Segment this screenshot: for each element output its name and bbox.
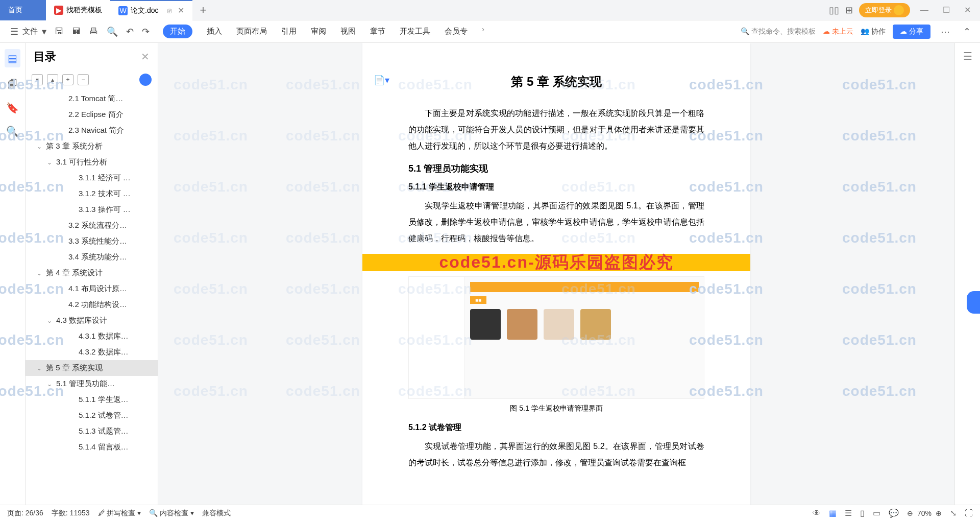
compat-mode[interactable]: 兼容模式 (202, 509, 231, 518)
chevron-down-icon[interactable]: ▾ (38, 26, 51, 37)
toc-item[interactable]: 4.2 功能结构设… (26, 297, 158, 313)
toc-item[interactable]: ⌄第 3 章 系统分析 (26, 138, 158, 154)
hamburger-icon[interactable]: ☰ (6, 26, 22, 37)
toc-item[interactable]: 4.3.2 数据库… (26, 344, 158, 360)
minimize-button[interactable]: — (916, 6, 933, 15)
view-outline-icon[interactable]: ☰ (845, 508, 852, 518)
toc-item[interactable]: 3.3 系统性能分… (26, 233, 158, 249)
search-rail-icon[interactable]: 🔍 (6, 125, 19, 137)
toc-item[interactable]: 2.1 Tomcat 简… (26, 91, 158, 107)
share-button[interactable]: ☁ 分享 (893, 25, 930, 39)
tab-home[interactable]: 首页 (0, 0, 46, 20)
comment-icon[interactable]: 💬 (889, 508, 899, 518)
view-web-icon[interactable]: ▯ (860, 508, 865, 518)
heading-2: 5.1 管理员功能实现 (408, 162, 704, 175)
toc-item[interactable]: ⌄3.1 可行性分析 (26, 154, 158, 170)
ai-icon[interactable] (139, 74, 152, 86)
doc-marker-icon[interactable]: 📄▾ (374, 75, 389, 86)
login-button[interactable]: 立即登录 (859, 3, 910, 17)
pages-icon[interactable]: 🗐 (8, 79, 18, 90)
close-window-button[interactable]: ✕ (960, 5, 975, 15)
menu-view[interactable]: 视图 (340, 25, 356, 38)
menu-insert[interactable]: 插入 (207, 25, 222, 38)
file-menu[interactable]: 文件 (22, 25, 38, 38)
bookmark-icon[interactable]: 🔖 (6, 102, 19, 114)
tab-templates[interactable]: ▶ 找稻壳模板 (46, 0, 110, 20)
toc-item[interactable]: ⌄第 5 章 系统实现 (26, 360, 158, 376)
menu-review[interactable]: 审阅 (311, 25, 326, 38)
toc-item[interactable]: 5.1.2 试卷管… (26, 408, 158, 423)
layout-icon[interactable]: ▯▯ (829, 5, 839, 16)
view-page-icon[interactable]: ▦ (829, 508, 837, 518)
zoom-control[interactable]: ⊖ 70% ⊕ (907, 509, 942, 517)
toc-item[interactable]: 3.4 系统功能分… (26, 249, 158, 265)
apps-icon[interactable]: ⊞ (845, 5, 853, 16)
expand-all-icon[interactable]: ▴ (47, 74, 58, 85)
toc-item[interactable]: ⌄第 4 章 系统设计 (26, 265, 158, 281)
preview-icon[interactable]: 🔍 (103, 26, 122, 37)
monitor-icon[interactable]: ⎚ (167, 7, 172, 15)
toc-item[interactable]: ⌄4.3 数据库设计 (26, 313, 158, 328)
fit-icon[interactable]: ⤡ (950, 508, 957, 518)
heading-3: 5.1.2 试卷管理 (408, 422, 704, 433)
collapse-all-icon[interactable]: ▾ (32, 74, 43, 85)
redo-icon[interactable]: ↷ (138, 26, 154, 37)
spell-check[interactable]: 🖉 拼写检查 ▾ (98, 509, 141, 518)
page-indicator[interactable]: 页面: 26/36 (7, 509, 43, 518)
zoom-out-icon[interactable]: ⊖ (907, 509, 913, 517)
toc-item[interactable]: 2.3 Navicat 简介 (26, 123, 158, 138)
eye-icon[interactable]: 👁 (813, 509, 821, 518)
save-as-icon[interactable]: 🖬 (68, 26, 85, 37)
remove-heading-icon[interactable]: − (78, 74, 89, 85)
paragraph: 实现试卷管理功能，其界面运行的效果图见图 5.2。在该界面，管理员对试卷的考试时… (408, 438, 704, 471)
zoom-in-icon[interactable]: ⊕ (936, 509, 942, 517)
coop-button[interactable]: 👥 协作 (861, 27, 886, 36)
more-icon[interactable]: ⋯ (938, 26, 953, 37)
menu-member[interactable]: 会员专 (445, 25, 468, 38)
search-input[interactable]: 🔍 查找命令、搜索模板 (741, 27, 816, 36)
maximize-button[interactable]: ☐ (939, 5, 954, 15)
toc-item[interactable]: 3.1.2 技术可 … (26, 186, 158, 202)
left-rail: ▤ 🗐 🔖 🔍 (0, 43, 26, 505)
toc-item[interactable]: 4.1 布局设计原… (26, 281, 158, 297)
new-tab-button[interactable]: + (192, 4, 213, 17)
avatar-icon (894, 5, 904, 15)
float-tab[interactable] (967, 291, 980, 314)
toc-item[interactable]: 5.1.4 留言板… (26, 439, 158, 455)
document-area[interactable]: 📄▾ 第 5 章 系统实现 下面主要是对系统实现的功能进行描述，一般在系统实现阶… (158, 43, 954, 505)
menu-devtools[interactable]: 开发工具 (400, 25, 430, 38)
toc-item[interactable]: 3.2 系统流程分… (26, 218, 158, 233)
undo-icon[interactable]: ↶ (122, 26, 138, 37)
cloud-status[interactable]: ☁ 未上云 (823, 27, 853, 36)
menu-layout[interactable]: 页面布局 (236, 25, 267, 38)
close-tab-icon[interactable]: ✕ (178, 6, 184, 15)
word-count[interactable]: 字数: 11953 (52, 509, 90, 518)
collapse-ribbon-icon[interactable]: ⌃ (960, 26, 974, 37)
toc-item[interactable]: ⌄5.1 管理员功能… (26, 376, 158, 392)
content-check[interactable]: 🔍 内容检查 ▾ (149, 509, 194, 518)
view-read-icon[interactable]: ▭ (873, 508, 880, 518)
figure: ■■ (408, 276, 704, 399)
menu-start[interactable]: 开始 (163, 25, 192, 38)
add-heading-icon[interactable]: + (62, 74, 74, 85)
panel-toggle-icon[interactable]: ☰ (963, 51, 972, 62)
toc-item[interactable]: 5.1.3 试题管… (26, 423, 158, 439)
outline-icon[interactable]: ▤ (5, 49, 20, 67)
word-icon: W (118, 6, 128, 15)
toc-item[interactable]: 5.1.1 学生返… (26, 392, 158, 408)
toolbar: ☰ 文件 ▾ 🖫 🖬 🖶 🔍 ↶ ↷ 开始 插入 页面布局 引用 审阅 视图 章… (0, 20, 980, 43)
menu-bar: 开始 插入 页面布局 引用 审阅 视图 章节 开发工具 会员专 › (163, 25, 484, 38)
menu-chapter[interactable]: 章节 (370, 25, 385, 38)
outline-sidebar: 目录 ✕ ▾ ▴ + − 2.1 Tomcat 简…2.2 Eclipse 简介… (26, 43, 158, 505)
toc-item[interactable]: 2.2 Eclipse 简介 (26, 107, 158, 123)
watermark-text: code51.cn-源码乐园盗图必究 (439, 251, 673, 274)
print-icon[interactable]: 🖶 (85, 26, 103, 37)
menu-references[interactable]: 引用 (281, 25, 297, 38)
save-icon[interactable]: 🖫 (51, 26, 68, 37)
toc-item[interactable]: 4.3.1 数据库… (26, 328, 158, 344)
toc-item[interactable]: 3.1.3 操作可 … (26, 202, 158, 218)
fullscreen-icon[interactable]: ⛶ (965, 509, 973, 518)
close-sidebar-icon[interactable]: ✕ (141, 51, 150, 63)
toc-item[interactable]: 3.1.1 经济可 … (26, 170, 158, 186)
tab-document[interactable]: W 论文.doc ⎚ ✕ (110, 0, 192, 20)
